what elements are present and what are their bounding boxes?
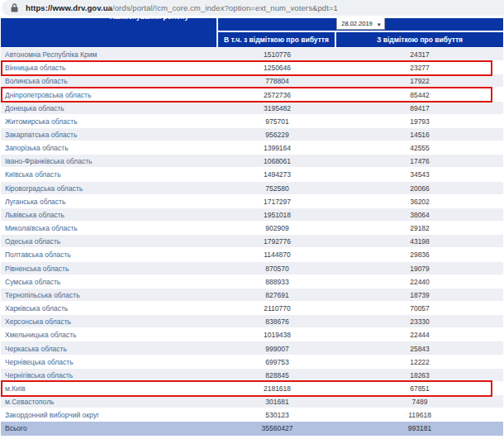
voters-departed-value: 20066 [336, 184, 503, 193]
region-name-link[interactable]: Харківська область [1, 304, 218, 313]
voters-departed-value: 22440 [336, 278, 503, 286]
voters-departed-value: 19793 [336, 117, 503, 126]
voters-total-value: 1494273 [218, 170, 336, 179]
table-row: Харківська область211077070057 [1, 302, 503, 315]
voters-departed-value: 29836 [336, 251, 503, 259]
region-name-link[interactable]: Чернігівська область [1, 371, 218, 379]
voters-total-value: 2181618 [218, 384, 336, 393]
region-name-link[interactable]: Черкаська область [1, 345, 218, 353]
voters-total-value: 1717297 [218, 198, 336, 206]
voters-departed-value: 18263 [336, 371, 503, 379]
voters-departed-value: 17922 [336, 77, 503, 85]
voters-departed-value: 85442 [336, 91, 503, 99]
voters-departed-value: 19079 [336, 265, 503, 273]
url-text[interactable]: https://www.drv.gov.ua/ords/portal/!cm_c… [26, 3, 338, 12]
voters-table: Найменування регіону 28.02.2019 ▼ В т.ч.… [1, 18, 503, 436]
voters-total-value: 699753 [218, 358, 336, 366]
table-header: Найменування регіону 28.02.2019 ▼ В т.ч.… [1, 18, 503, 47]
region-name-link[interactable]: Запорізька область [1, 144, 218, 152]
header-col-departed: З відміткою про вибуття [336, 32, 503, 47]
region-name-link[interactable]: Чернівецька область [1, 358, 218, 366]
region-name-link[interactable]: м.Київ [1, 384, 218, 393]
region-name-link[interactable]: Івано-Франківська область [1, 157, 218, 165]
table-row: Вінницька область125064623277 [1, 61, 503, 74]
table-row: Чернігівська область82884518263 [1, 369, 503, 382]
voters-departed-value: 23330 [336, 317, 503, 326]
region-name-link[interactable]: Миколаївська область [1, 224, 218, 232]
voters-total-value: 838676 [218, 317, 336, 326]
region-name-link[interactable]: Одеська область [1, 237, 218, 246]
region-name-link[interactable]: Закордонний виборчий округ [1, 411, 218, 419]
table-body: Автономна Республіка Крим151077624317Він… [1, 48, 503, 422]
table-row: Сумська область88893322440 [1, 275, 503, 289]
lock-icon[interactable] [11, 3, 18, 12]
region-name-link[interactable]: Волинська область [1, 77, 218, 85]
voters-total-value: 827691 [218, 291, 336, 299]
table-row: Дніпропетровська область257273685442 [1, 88, 503, 101]
region-name-link[interactable]: Київська область [1, 170, 218, 179]
table-row: Автономна Республіка Крим151077624317 [1, 48, 503, 61]
table-row: Івано-Франківська область106806117476 [1, 155, 503, 168]
total-row-label: Всього [1, 424, 218, 432]
region-name-link[interactable]: Донецька область [1, 104, 218, 112]
voters-total-value: 530123 [218, 411, 336, 419]
table-row: Чернівецька область69975312222 [1, 355, 503, 369]
voters-departed-value: 14516 [336, 131, 503, 139]
region-name-link[interactable]: Житомирська область [1, 117, 218, 126]
region-name-link[interactable]: Автономна Республіка Крим [1, 50, 218, 59]
region-name-link[interactable]: Херсонська область [1, 317, 218, 326]
table-row: Черкаська область99900725843 [1, 341, 503, 355]
table-row: Хмельницька область101943822444 [1, 328, 503, 341]
voters-total-value: 975701 [218, 117, 336, 126]
voters-total-value: 1068061 [218, 157, 336, 165]
voters-total-value: 888933 [218, 278, 336, 286]
voters-total-value: 1144870 [218, 251, 336, 259]
header-region-column: Найменування регіону [1, 18, 218, 47]
region-name-link[interactable]: Дніпропетровська область [1, 91, 218, 99]
region-name-link[interactable]: Полтавська область [1, 251, 218, 259]
voters-departed-value: 34543 [336, 170, 503, 179]
table-row: Львівська область195101838064 [1, 208, 503, 222]
header-date-row: 28.02.2019 ▼ [218, 18, 503, 32]
table-row: Тернопільська область82769118739 [1, 289, 503, 302]
table-row: Закарпатська область95622914516 [1, 128, 503, 141]
table-row: Донецька область319548289417 [1, 102, 503, 115]
voters-total-value: 1510776 [218, 50, 336, 59]
region-name-link[interactable]: Луганська область [1, 198, 218, 206]
voters-total-value: 3195482 [218, 104, 336, 112]
voters-departed-value: 42555 [336, 144, 503, 152]
table-row: Житомирська область97570119793 [1, 115, 503, 128]
region-name-link[interactable]: Сумська область [1, 278, 218, 286]
voters-total-value: 752580 [218, 184, 336, 193]
header-right-section: 28.02.2019 ▼ В т.ч. з відміткою про вибу… [218, 18, 503, 47]
total-voters-value: 35560427 [218, 424, 336, 432]
region-name-link[interactable]: Кіровоградська область [1, 184, 218, 193]
address-bar[interactable]: https://www.drv.gov.ua/ords/portal/!cm_c… [2, 0, 504, 16]
region-name-link[interactable]: Вінницька область [1, 64, 218, 72]
table-row: Одеська область179277643198 [1, 235, 503, 248]
table-row: Рівненська область87057019079 [1, 262, 503, 275]
voters-departed-value: 70057 [336, 304, 503, 313]
date-select[interactable]: 28.02.2019 ▼ [336, 18, 385, 30]
region-name-link[interactable]: Тернопільська область [1, 291, 218, 299]
voters-total-value: 828845 [218, 371, 336, 379]
voters-departed-value: 67851 [336, 384, 503, 393]
voters-departed-value: 119618 [336, 411, 503, 419]
region-name-link[interactable]: Львівська область [1, 211, 218, 219]
voters-total-value: 956229 [218, 131, 336, 139]
table-row: Луганська область171729736202 [1, 195, 503, 208]
voters-departed-value: 23277 [336, 64, 503, 72]
region-name-link[interactable]: Закарпатська область [1, 131, 218, 139]
voters-total-value: 1019438 [218, 331, 336, 339]
region-name-link[interactable]: м.Севастополь [1, 398, 218, 406]
region-name-link[interactable]: Рівненська область [1, 265, 218, 273]
voters-total-value: 1792776 [218, 237, 336, 246]
table-row: Кіровоградська область75258020066 [1, 182, 503, 195]
region-name-link[interactable]: Хмельницька область [1, 331, 218, 339]
dropdown-arrow-icon: ▼ [377, 22, 382, 27]
voters-total-value: 999007 [218, 345, 336, 353]
voters-total-value: 778804 [218, 77, 336, 85]
table-row: Миколаївська область90290929182 [1, 222, 503, 235]
voters-total-value: 2572736 [218, 91, 336, 99]
table-row: Херсонська область83867623330 [1, 315, 503, 328]
